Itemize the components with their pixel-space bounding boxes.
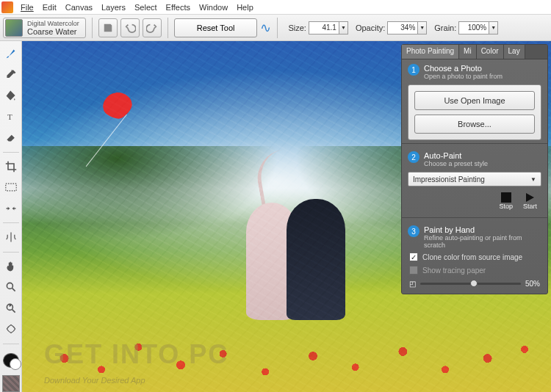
menu-effects[interactable]: Effects bbox=[162, 1, 195, 13]
eraser-tool[interactable] bbox=[2, 129, 20, 146]
menu-edit[interactable]: Edit bbox=[38, 1, 61, 13]
svg-rect-1 bbox=[5, 184, 15, 192]
opacity-label: Opacity: bbox=[356, 23, 385, 32]
symmetry-tool[interactable] bbox=[2, 229, 20, 246]
text-tool[interactable]: T bbox=[2, 109, 20, 126]
menu-layers[interactable]: Layers bbox=[97, 1, 130, 13]
step1-subtitle: Open a photo to paint from bbox=[424, 73, 503, 80]
grain-label: Grain: bbox=[434, 23, 456, 32]
step2-title: Auto-Paint bbox=[424, 151, 488, 160]
rotate-tool[interactable] bbox=[2, 300, 20, 317]
menu-file[interactable]: File bbox=[16, 1, 38, 13]
grain-dropdown[interactable]: ▼ bbox=[489, 21, 498, 35]
tracing-opacity-slider[interactable] bbox=[420, 283, 521, 285]
step2-number-icon: 2 bbox=[408, 151, 419, 163]
svg-point-2 bbox=[7, 283, 12, 289]
size-input[interactable]: 41.1 bbox=[309, 21, 339, 35]
size-control: Size: 41.1 ▼ bbox=[288, 21, 347, 35]
hand-tool[interactable] bbox=[2, 258, 20, 275]
opacity-control: Opacity: 34% ▼ bbox=[356, 21, 427, 35]
step3-subtitle: Refine auto-painting or paint from scrat… bbox=[424, 234, 541, 249]
start-button[interactable]: Start bbox=[523, 192, 537, 210]
stroke-preview-icon: ∿ bbox=[260, 20, 271, 36]
selection-tool[interactable] bbox=[2, 179, 20, 196]
undo-button[interactable] bbox=[120, 18, 140, 37]
size-label: Size: bbox=[288, 23, 306, 32]
brush-selector[interactable]: Digital Watercolor Coarse Water bbox=[3, 18, 86, 38]
toolbox: T bbox=[0, 41, 22, 392]
photo-painting-panel: Photo Painting Mi Color Lay 1 Choose a P… bbox=[401, 44, 548, 294]
fill-tool[interactable] bbox=[2, 87, 20, 104]
step1-title: Choose a Photo bbox=[424, 64, 503, 73]
tab-layers[interactable]: Lay bbox=[504, 45, 525, 59]
brush-name: Coarse Water bbox=[27, 27, 79, 36]
zoom-tool[interactable] bbox=[2, 279, 20, 296]
checkbox-checked-icon: ✓ bbox=[409, 253, 418, 261]
navigator-tool[interactable] bbox=[2, 321, 20, 338]
preset-style-select[interactable]: Impressionist Painting ▼ bbox=[408, 172, 541, 186]
step3-number-icon: 3 bbox=[408, 225, 419, 237]
reset-tool-button[interactable]: Reset Tool bbox=[174, 18, 258, 37]
browse-button[interactable]: Browse... bbox=[414, 115, 535, 134]
menu-help[interactable]: Help bbox=[232, 1, 258, 13]
tracing-opacity-value: 50% bbox=[525, 280, 540, 288]
use-open-image-button[interactable]: Use Open Image bbox=[414, 91, 535, 110]
brush-tool[interactable] bbox=[2, 46, 20, 62]
preset-style-value: Impressionist Painting bbox=[413, 175, 485, 184]
clone-color-checkbox[interactable]: ✓ Clone color from source image bbox=[402, 250, 547, 264]
panel-tabs: Photo Painting Mi Color Lay bbox=[402, 45, 547, 59]
redo-button[interactable] bbox=[143, 18, 162, 37]
step1-number-icon: 1 bbox=[408, 64, 419, 76]
menu-select[interactable]: Select bbox=[130, 1, 162, 13]
menubar: File Edit Canvas Layers Select Effects W… bbox=[0, 0, 551, 15]
menu-canvas[interactable]: Canvas bbox=[61, 1, 97, 13]
tracing-paper-checkbox[interactable]: Show tracing paper bbox=[402, 264, 547, 277]
color-swatch[interactable] bbox=[3, 353, 19, 369]
svg-rect-4 bbox=[501, 192, 511, 203]
tracing-icon: ◰ bbox=[409, 280, 416, 288]
watermark-subtext: Download Your Desired App bbox=[44, 376, 145, 385]
svg-text:T: T bbox=[7, 112, 12, 121]
svg-point-3 bbox=[7, 304, 12, 310]
size-dropdown[interactable]: ▼ bbox=[339, 21, 348, 35]
save-button[interactable] bbox=[98, 18, 118, 37]
paper-swatch[interactable] bbox=[2, 375, 20, 392]
menu-window[interactable]: Window bbox=[195, 1, 232, 13]
opacity-input[interactable]: 34% bbox=[387, 21, 418, 35]
tab-photo-painting[interactable]: Photo Painting bbox=[402, 45, 459, 59]
step2-subtitle: Choose a preset style bbox=[424, 160, 488, 167]
crop-tool[interactable] bbox=[2, 159, 20, 175]
brush-category: Digital Watercolor bbox=[27, 20, 79, 27]
checkbox-unchecked-icon bbox=[409, 266, 418, 275]
opacity-dropdown[interactable]: ▼ bbox=[418, 21, 427, 35]
transform-tool[interactable] bbox=[2, 200, 20, 217]
dropper-tool[interactable] bbox=[2, 67, 20, 84]
step3-title: Paint by Hand bbox=[424, 225, 541, 234]
chevron-down-icon: ▼ bbox=[530, 176, 536, 183]
property-bar: Digital Watercolor Coarse Water Reset To… bbox=[0, 15, 551, 41]
stop-button[interactable]: Stop bbox=[499, 192, 513, 210]
canvas[interactable]: GET INTO PC Download Your Desired App Ph… bbox=[22, 41, 551, 392]
brush-preview-icon bbox=[5, 19, 23, 37]
tab-mixer[interactable]: Mi bbox=[459, 45, 477, 59]
grain-input[interactable]: 100% bbox=[458, 21, 489, 35]
grain-control: Grain: 100% ▼ bbox=[434, 21, 498, 35]
tab-color[interactable]: Color bbox=[477, 45, 504, 59]
watermark-text: GET INTO PC bbox=[44, 339, 228, 370]
app-logo-icon bbox=[1, 1, 13, 13]
